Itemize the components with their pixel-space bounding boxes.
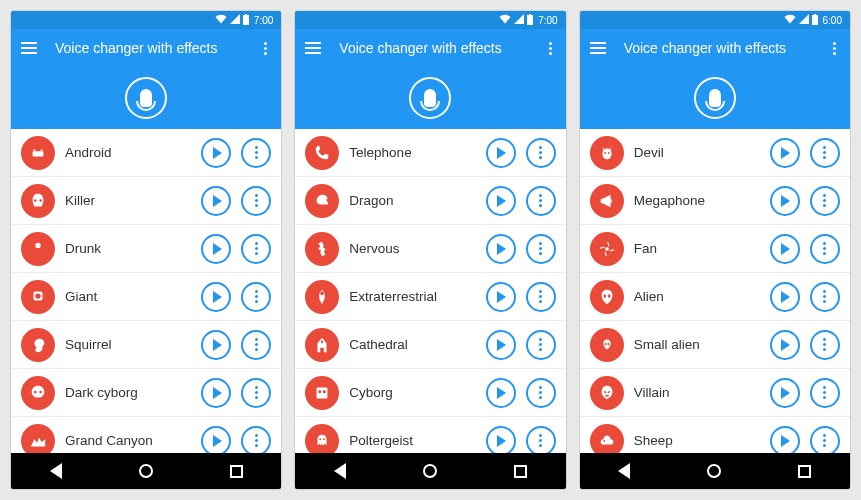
drunk-icon [21,232,55,266]
effect-row: Killer [11,177,281,225]
nav-back-button[interactable] [334,463,346,479]
play-button[interactable] [770,282,800,312]
effect-more-button[interactable] [241,234,271,264]
overflow-menu-icon[interactable] [545,38,556,59]
svg-rect-16 [323,390,326,393]
play-button[interactable] [201,426,231,454]
effect-more-button[interactable] [810,138,840,168]
wifi-icon [499,14,511,26]
effect-label: Alien [634,289,760,304]
effect-more-button[interactable] [810,330,840,360]
effect-label: Fan [634,241,760,256]
svg-rect-13 [321,340,323,343]
phone-screen-3: 6:00 Voice changer with effects DevilMeg… [579,10,851,490]
play-button[interactable] [201,138,231,168]
effect-more-button[interactable] [526,282,556,312]
app-title: Voice changer with effects [55,40,260,56]
effect-more-button[interactable] [526,186,556,216]
play-button[interactable] [770,186,800,216]
nav-home-button[interactable] [423,464,437,478]
record-area [11,67,281,129]
effect-row: Drunk [11,225,281,273]
svg-point-28 [603,440,605,442]
effect-label: Sheep [634,433,760,448]
nav-recent-button[interactable] [230,465,243,478]
effect-more-button[interactable] [241,330,271,360]
effect-more-button[interactable] [526,234,556,264]
nervous-icon [305,232,339,266]
effect-more-button[interactable] [241,282,271,312]
play-button[interactable] [486,426,516,454]
play-button[interactable] [486,138,516,168]
effect-more-button[interactable] [241,186,271,216]
effect-row: Extraterrestrial [295,273,565,321]
record-button[interactable] [694,77,736,119]
effect-more-button[interactable] [810,426,840,454]
effect-row: Dark cyborg [11,369,281,417]
nav-back-button[interactable] [50,463,62,479]
play-button[interactable] [486,330,516,360]
svg-point-8 [34,390,37,393]
svg-point-9 [39,390,42,393]
play-button[interactable] [201,378,231,408]
effect-more-button[interactable] [241,426,271,454]
fan-icon [590,232,624,266]
effect-more-button[interactable] [526,138,556,168]
nav-recent-button[interactable] [514,465,527,478]
effects-list[interactable]: DevilMegaphoneFanAlienSmall alienVillain… [580,129,850,453]
effect-label: Giant [65,289,191,304]
nav-recent-button[interactable] [798,465,811,478]
effect-label: Megaphone [634,193,760,208]
menu-icon[interactable] [21,42,41,54]
play-button[interactable] [770,378,800,408]
play-button[interactable] [770,138,800,168]
effect-more-button[interactable] [241,378,271,408]
app-bar: Voice changer with effects [580,29,850,67]
nav-home-button[interactable] [707,464,721,478]
play-button[interactable] [486,186,516,216]
play-button[interactable] [486,234,516,264]
play-button[interactable] [486,378,516,408]
play-button[interactable] [486,282,516,312]
record-button[interactable] [125,77,167,119]
effects-list[interactable]: TelephoneDragonNervousExtraterrestrialCa… [295,129,565,453]
play-button[interactable] [201,186,231,216]
overflow-menu-icon[interactable] [829,38,840,59]
effect-row: Cyborg [295,369,565,417]
effect-more-button[interactable] [526,330,556,360]
play-button[interactable] [201,282,231,312]
status-time: 6:00 [823,15,842,26]
svg-rect-19 [812,15,818,25]
dark-cyborg-icon [21,376,55,410]
effect-more-button[interactable] [526,426,556,454]
small-alien-icon [590,328,624,362]
android-nav-bar [11,453,281,489]
svg-rect-4 [41,149,43,151]
effect-more-button[interactable] [810,234,840,264]
effect-more-button[interactable] [241,138,271,168]
play-button[interactable] [201,234,231,264]
app-bar: Voice changer with effects [11,29,281,67]
nav-back-button[interactable] [618,463,630,479]
overflow-menu-icon[interactable] [260,38,271,59]
menu-icon[interactable] [305,42,325,54]
effect-more-button[interactable] [810,186,840,216]
effect-row: Dragon [295,177,565,225]
play-button[interactable] [770,330,800,360]
nav-home-button[interactable] [139,464,153,478]
record-button[interactable] [409,77,451,119]
effect-more-button[interactable] [810,378,840,408]
effect-more-button[interactable] [810,282,840,312]
svg-point-22 [608,152,610,154]
play-button[interactable] [770,426,800,454]
effects-list[interactable]: AndroidKillerDrunkGiantSquirrelDark cybo… [11,129,281,453]
play-button[interactable] [770,234,800,264]
effect-label: Nervous [349,241,475,256]
effect-row: Poltergeist [295,417,565,453]
status-time: 7:00 [538,15,557,26]
menu-icon[interactable] [590,42,610,54]
android-nav-bar [295,453,565,489]
effect-more-button[interactable] [526,378,556,408]
effect-row: Grand Canyon [11,417,281,453]
play-button[interactable] [201,330,231,360]
